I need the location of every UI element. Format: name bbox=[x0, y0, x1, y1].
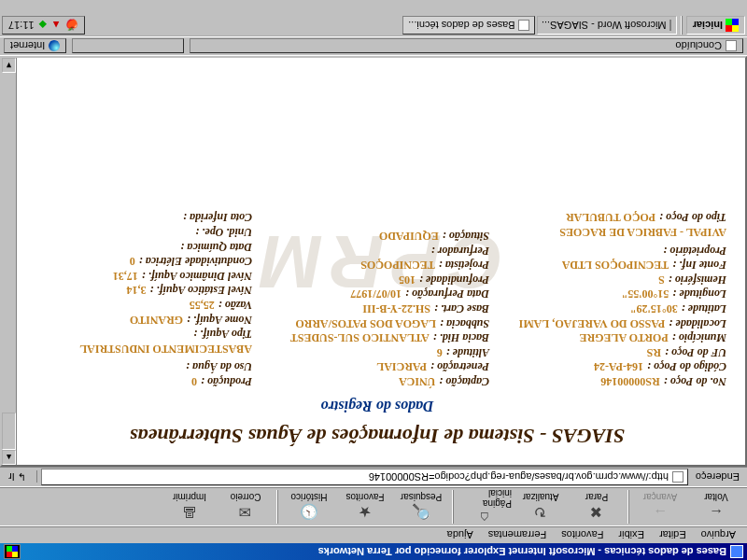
taskbar-item-word[interactable]: Microsoft Word - SIAGAS... bbox=[537, 16, 677, 35]
content-area: CPRM SIAGAS - Sistema de Informações de … bbox=[0, 56, 747, 467]
print-icon: 🖶 bbox=[180, 503, 199, 522]
taskbar-item-ie[interactable]: Bases de dados técni... bbox=[402, 16, 534, 35]
forward-button[interactable]: → Avançar bbox=[633, 489, 687, 525]
field-label: Perfurador : bbox=[431, 243, 489, 258]
menu-favoritos[interactable]: Favoritos bbox=[554, 528, 611, 543]
toolbar-separator bbox=[276, 490, 278, 524]
globe-icon bbox=[49, 41, 60, 52]
statusbar: Concluído Internet bbox=[0, 37, 747, 56]
field-value: ABASTECIMENTO INDUSTRIAL bbox=[79, 341, 252, 356]
field-label: Localidade : bbox=[669, 315, 726, 330]
search-button[interactable]: 🔍 Pesquisar bbox=[394, 489, 448, 525]
field-value: 0 bbox=[191, 373, 197, 388]
status-zone-pane: Internet bbox=[4, 39, 66, 54]
go-button[interactable]: ↳ Ir bbox=[4, 471, 37, 483]
field-row: Proprietário :AVIPAL - FABRICA DE RACOES bbox=[502, 224, 726, 257]
start-button[interactable]: Iniciar bbox=[686, 16, 745, 35]
refresh-button[interactable]: ↻ Atualizar bbox=[514, 489, 568, 525]
scroll-down-icon[interactable]: ▼ bbox=[2, 58, 16, 73]
ie-page-icon bbox=[518, 20, 529, 31]
history-button[interactable]: 🕓 Histórico bbox=[282, 489, 336, 525]
field-row: Produção :0 bbox=[28, 373, 252, 388]
menu-ferramentas[interactable]: Ferramentas bbox=[481, 528, 554, 543]
taskbar-item-label: Microsoft Word - SIAGAS... bbox=[542, 20, 667, 31]
address-input[interactable]: http://www.cprm.gov.br/bases/agua-reg.ph… bbox=[41, 469, 688, 485]
field-value: AVIPAL - FABRICA DE RACOES bbox=[559, 224, 726, 239]
print-label: Imprimir bbox=[173, 493, 206, 503]
field-row: Nome Aquíf. :GRANITO bbox=[28, 312, 252, 327]
field-value: PARCIAL bbox=[376, 359, 427, 374]
field-value: 6 bbox=[437, 344, 443, 359]
field-value: 10/07/1977 bbox=[350, 287, 402, 301]
field-value: 164-PA-24 bbox=[594, 359, 643, 374]
field-row: Fonte Inf. :TECNIPOÇOS LTDA bbox=[502, 258, 726, 273]
field-column: Produção :0Uso da Água :ABASTECIMENTO IN… bbox=[28, 210, 252, 388]
favorites-button[interactable]: ★ Favoritos bbox=[338, 489, 392, 525]
tray-icon: ▲ bbox=[51, 20, 62, 31]
page-body: CPRM SIAGAS - Sistema de Informações de … bbox=[2, 58, 745, 465]
menu-ajuda[interactable]: Ajuda bbox=[440, 528, 481, 543]
field-label: Produção : bbox=[201, 373, 252, 388]
status-text: Concluído bbox=[675, 41, 722, 52]
field-value: EQUIPADO bbox=[379, 228, 439, 243]
field-label: Código do Poço : bbox=[647, 359, 726, 374]
field-value: RS00000146 bbox=[600, 373, 659, 388]
mail-label: Correio bbox=[231, 493, 261, 503]
field-row: Unid. Ope. : bbox=[28, 224, 252, 239]
field-label: Projetista : bbox=[439, 258, 489, 273]
field-label: Tipo do Poço : bbox=[659, 210, 726, 225]
field-value: 51°00'55" bbox=[622, 287, 669, 301]
print-button[interactable]: 🖶 Imprimir bbox=[162, 489, 217, 525]
address-url: http://www.cprm.gov.br/bases/agua-reg.ph… bbox=[369, 471, 669, 483]
field-label: Altitude : bbox=[446, 344, 489, 359]
toolbar-separator bbox=[627, 490, 629, 524]
stop-button[interactable]: ✖ Parar bbox=[570, 489, 624, 525]
ie-icon bbox=[730, 545, 743, 558]
scroll-up-icon[interactable]: ▲ bbox=[2, 450, 16, 465]
field-row: Bacia Hid. :ATLANTICO SUL-SUDEST bbox=[265, 330, 489, 345]
field-row: Município :PORTO ALEGRE bbox=[502, 330, 726, 345]
field-label: Subbacia : bbox=[440, 315, 489, 330]
field-row: Profundidade :105 bbox=[265, 272, 489, 287]
field-label: Profundidade : bbox=[419, 272, 489, 287]
field-value: 25,55 bbox=[190, 297, 215, 312]
field-label: Condutividade Elétrica : bbox=[139, 254, 252, 269]
window-title: Bases de dados técnicas - Microsoft Inte… bbox=[318, 546, 726, 557]
field-value: S bbox=[658, 272, 665, 287]
windows-flag-icon bbox=[726, 19, 739, 32]
back-button[interactable]: ← Voltar bbox=[689, 489, 743, 525]
scroll-thumb[interactable] bbox=[2, 413, 16, 450]
mail-button[interactable]: ✉ Correio bbox=[218, 489, 273, 525]
field-row: Altitude :6 bbox=[265, 344, 489, 359]
star-icon: ★ bbox=[356, 503, 374, 522]
field-label: Proprietário : bbox=[663, 243, 726, 258]
field-value: ATLANTICO SUL-SUDEST bbox=[290, 330, 430, 345]
fields-grid: No. do Poço :RS00000146Código do Poço :1… bbox=[21, 210, 734, 388]
field-row: Captação :ÚNICA bbox=[265, 373, 489, 388]
field-value: PASSO DO VAREJAO, LAMI bbox=[519, 315, 666, 330]
status-empty-pane bbox=[72, 39, 184, 54]
field-row: Código do Poço :164-PA-24 bbox=[502, 359, 726, 374]
menu-editar[interactable]: Editar bbox=[652, 528, 694, 543]
scrollbar-vertical[interactable]: ▲ ▼ bbox=[2, 58, 17, 465]
system-tray[interactable]: 🍎 ▲ ◆ 11:17 bbox=[2, 16, 85, 35]
field-label: Captação : bbox=[439, 373, 489, 388]
menu-exibir[interactable]: Exibir bbox=[611, 528, 652, 543]
field-row: Longitude :51°00'55" bbox=[502, 287, 726, 301]
search-label: Pesquisar bbox=[401, 493, 442, 503]
taskbar: Iniciar Microsoft Word - SIAGAS... Bases… bbox=[0, 15, 747, 37]
arrow-right-icon: → bbox=[651, 503, 669, 522]
field-label: Penetração : bbox=[430, 359, 489, 374]
field-value: 3,14 bbox=[126, 283, 146, 298]
field-value: GRANITO bbox=[130, 312, 183, 327]
address-label: Endereço bbox=[692, 471, 743, 483]
field-row: Uso da Água :ABASTECIMENTO INDUSTRIAL bbox=[28, 341, 252, 373]
home-button[interactable]: ⌂ Página inicial bbox=[458, 489, 512, 525]
menu-arquivo[interactable]: Arquivo bbox=[694, 528, 743, 543]
field-row: Tipo Aquíf. : bbox=[28, 327, 252, 342]
field-row: Nível Dinâmico Aquíf. :17,31 bbox=[28, 268, 252, 283]
throbber-icon bbox=[4, 544, 21, 559]
tray-icon: 🍎 bbox=[65, 20, 78, 32]
search-icon: 🔍 bbox=[412, 503, 430, 522]
field-label: UF do Poço : bbox=[665, 344, 726, 359]
